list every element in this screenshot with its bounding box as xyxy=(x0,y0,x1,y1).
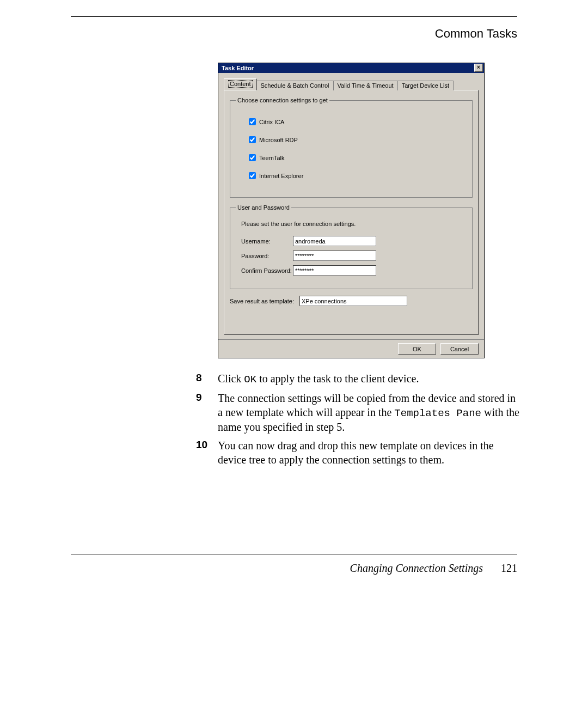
checkbox-row-rdp: Microsoft RDP xyxy=(247,135,467,145)
tab-content[interactable]: Content xyxy=(224,78,257,90)
step-text: The connection settings will be copied f… xyxy=(218,391,523,435)
dialog-titlebar: Task Editor × xyxy=(218,63,484,73)
instruction-text: Please set the user for connection setti… xyxy=(241,221,467,227)
ok-button[interactable]: OK xyxy=(398,343,436,355)
username-label: Username: xyxy=(241,238,293,245)
step-text: Click OK to apply the task to the client… xyxy=(218,371,523,387)
checkbox-row-teemtalk: TeemTalk xyxy=(247,152,467,163)
step-number: 9 xyxy=(196,391,218,435)
save-template-field[interactable] xyxy=(299,296,407,306)
step-number: 10 xyxy=(196,438,218,467)
cancel-button[interactable]: Cancel xyxy=(440,343,479,355)
step-8: 8 Click OK to apply the task to the clie… xyxy=(196,371,523,387)
step-list: 8 Click OK to apply the task to the clie… xyxy=(196,371,523,467)
section-header: Common Tasks xyxy=(71,27,517,41)
groupbox-legend: Choose connection settings to get xyxy=(236,97,329,103)
checkbox-label: Internet Explorer xyxy=(259,173,303,179)
checkbox-rdp[interactable] xyxy=(249,136,256,143)
checkbox-row-ie: Internet Explorer xyxy=(247,170,467,181)
password-field[interactable] xyxy=(293,251,376,261)
page-footer: Changing Connection Settings 121 xyxy=(71,562,517,575)
step-number: 8 xyxy=(196,371,218,387)
dialog-footer: OK Cancel xyxy=(218,339,484,358)
save-template-label: Save result as template: xyxy=(230,298,294,304)
footer-title: Changing Connection Settings xyxy=(350,562,483,574)
checkbox-label: Microsoft RDP xyxy=(259,137,298,143)
tab-valid-time[interactable]: Valid Time & Timeout xyxy=(333,81,398,90)
checkbox-teemtalk[interactable] xyxy=(249,154,256,161)
close-icon[interactable]: × xyxy=(474,64,483,72)
checkbox-citrix[interactable] xyxy=(249,118,256,125)
step-10: 10 You can now drag and drop this new te… xyxy=(196,438,523,467)
confirm-password-label: Confirm Password: xyxy=(241,267,293,274)
checkbox-label: TeemTalk xyxy=(259,155,284,161)
bottom-rule xyxy=(71,554,517,554)
step-9: 9 The connection settings will be copied… xyxy=(196,391,523,435)
save-template-row: Save result as template: xyxy=(230,296,473,306)
groupbox-connection-settings: Choose connection settings to get Citrix… xyxy=(230,97,473,198)
tab-pane: Choose connection settings to get Citrix… xyxy=(224,90,479,335)
password-label: Password: xyxy=(241,253,293,259)
groupbox-legend: User and Password xyxy=(236,204,291,211)
username-field[interactable] xyxy=(293,236,376,246)
confirm-password-field[interactable] xyxy=(293,265,376,276)
tab-strip: Content Schedule & Batch Control Valid T… xyxy=(224,78,479,90)
groupbox-user-password: User and Password Please set the user fo… xyxy=(230,204,473,289)
checkbox-label: Citrix ICA xyxy=(259,119,284,125)
task-editor-dialog: Task Editor × Content Schedule & Batch C… xyxy=(218,63,485,358)
tab-schedule[interactable]: Schedule & Batch Control xyxy=(256,81,334,90)
tab-target-device[interactable]: Target Device List xyxy=(397,81,454,90)
dialog-title: Task Editor xyxy=(222,65,254,71)
checkbox-ie[interactable] xyxy=(249,172,256,179)
checkbox-row-citrix: Citrix ICA xyxy=(247,117,467,127)
page-number: 121 xyxy=(501,562,517,574)
step-text: You can now drag and drop this new templ… xyxy=(218,438,523,467)
top-rule xyxy=(71,16,517,17)
